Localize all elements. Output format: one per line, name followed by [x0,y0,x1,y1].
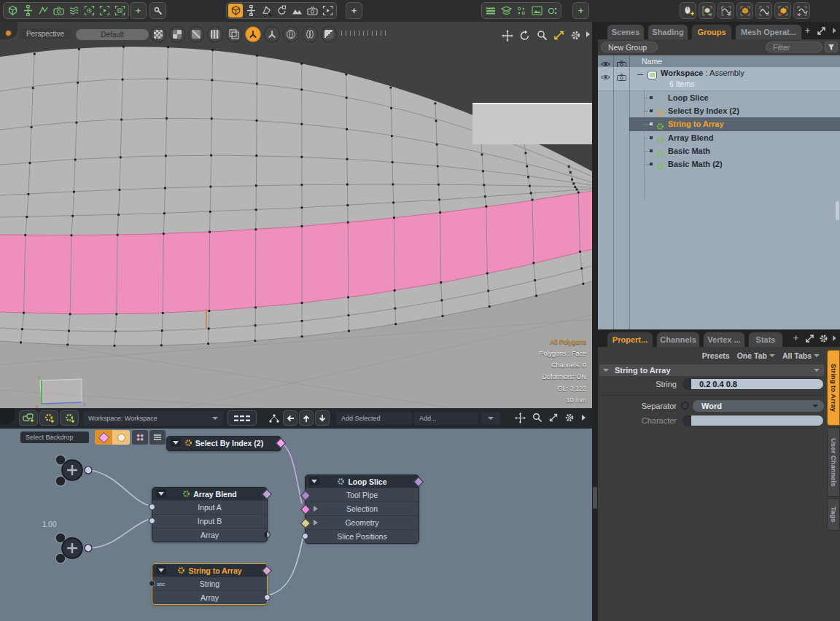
character-field[interactable] [682,415,824,426]
node-row-array[interactable]: Array [152,528,267,542]
camera-icon[interactable] [617,71,626,84]
layers-icon[interactable] [499,4,513,17]
image-icon[interactable] [529,4,544,17]
expander-icon[interactable] [637,74,643,75]
link-multi-toggle[interactable] [132,430,148,445]
expand-triangle-icon[interactable] [314,506,318,512]
curve-state-button[interactable] [755,2,772,19]
node-header[interactable]: Select By Index (2) [167,437,281,449]
tree-scrollbar-thumb[interactable] [836,201,839,220]
add-tab-button[interactable]: + [805,26,810,36]
shading-slice-icon[interactable] [283,26,299,42]
divider-handle[interactable] [593,487,597,509]
separator-dropdown[interactable]: Word [693,400,824,412]
node-row-geometry[interactable]: Geometry [306,515,419,529]
tree-row-basic-math[interactable]: Basic Math [598,144,840,157]
expand-triangle-icon[interactable] [314,520,318,526]
node-header[interactable]: Array Blend [152,488,267,500]
style-preset-selector[interactable]: Default [76,29,149,40]
node-array-blend[interactable]: Array Blend Input A Input B Array [152,487,268,542]
all-tabs-dropdown[interactable]: All Tabs [782,351,820,360]
node-header[interactable]: String to Array [152,564,267,577]
input-port[interactable] [149,504,155,510]
link-circle-toggle[interactable] [112,430,130,445]
zoom-icon[interactable] [537,30,548,44]
align-up-button[interactable] [299,410,314,426]
measure-icon[interactable] [36,4,50,17]
eye-icon[interactable] [601,71,610,84]
tool-options-button[interactable] [149,2,166,19]
filter-button[interactable] [825,42,838,52]
dots-icon[interactable] [514,4,529,17]
input-port[interactable] [302,533,308,539]
add-node-dropdown[interactable]: Add... [414,412,478,425]
shading-double-slice-icon[interactable] [302,26,318,42]
curves-icon[interactable] [66,4,81,17]
align-left-button[interactable] [283,410,298,426]
tree-row-array-blend[interactable]: Array Blend [598,131,840,144]
curve-out-button[interactable] [718,2,734,19]
panel-divider[interactable] [592,22,598,621]
maximize-icon[interactable] [553,30,564,44]
shading-shaded-icon[interactable] [169,26,185,42]
workspace-selector[interactable]: Workspace: Workspace [83,411,223,426]
side-tab-string-to-array[interactable]: String to Array [827,350,840,426]
tree-row-select-by-index[interactable]: Select By Index (2) [598,104,840,117]
add-selected-button[interactable]: Add Selected [336,412,412,425]
viewport-more-icon[interactable] [586,31,590,37]
node-string-to-array[interactable]: String to Array abc String Array [152,563,268,605]
add-operator-button[interactable] [60,410,79,426]
tree-row-string-to-array[interactable]: String to Array [598,117,840,131]
shading-lines-icon[interactable] [207,26,223,42]
node-select-by-index[interactable]: Select By Index (2) [166,436,281,451]
string-field[interactable]: 0.2 0.4 0.8 [682,378,824,390]
tab-vertex[interactable]: Vertex ... [703,332,745,347]
collapse-button[interactable] [156,566,166,574]
node-row-slice-positions[interactable]: Slice Positions [306,529,419,543]
cube-icon[interactable] [5,4,20,17]
settings-gear-icon[interactable] [564,413,575,426]
tab-channels[interactable]: Channels [656,332,700,347]
input-port[interactable] [149,518,155,524]
mesh-canvas[interactable]: yxz [0,22,592,408]
zoom-icon[interactable] [532,413,542,426]
input-port[interactable] [149,580,155,587]
tree-layout-icon[interactable] [268,413,280,426]
basic-math-node[interactable] [55,455,92,486]
shading-wireframe-icon[interactable] [150,26,166,42]
settings-gear-icon[interactable] [819,333,828,346]
camera-mode-selector[interactable]: Perspective [19,28,71,39]
backdrop-selector[interactable]: Select Backdrop [20,431,89,443]
character-value[interactable] [691,415,823,426]
align-down-button[interactable] [315,410,330,426]
mouse-add-button[interactable] [680,2,696,19]
tab-properties[interactable]: Propert... [607,332,653,347]
cube-icon[interactable] [228,4,243,17]
shading-axis-icon[interactable] [264,26,280,42]
section-collapse-icon[interactable] [603,369,609,372]
add-node-button[interactable] [39,410,58,426]
collapse-button[interactable] [156,489,166,498]
viewport-settings-gear-icon[interactable] [570,30,581,44]
play-region-icon[interactable] [320,4,335,17]
maximize-icon[interactable] [817,26,826,39]
add-workspace-button[interactable] [19,410,38,426]
output-port[interactable] [264,594,271,601]
new-group-button[interactable]: New Group [601,42,658,52]
string-value[interactable]: 0.2 0.4 0.8 [691,379,823,389]
shading-texture-icon[interactable] [188,26,204,42]
shading-ghost-icon[interactable] [321,26,337,42]
link-list-toggle[interactable] [149,430,166,445]
cube-state-button[interactable] [736,2,753,19]
maximize-icon[interactable] [805,333,814,346]
schematic-corner-widget[interactable] [0,408,15,424]
cube-in-button[interactable] [774,2,791,19]
node-header[interactable]: Loop Slice [306,475,419,488]
add-tab-button[interactable]: + [793,333,798,343]
tree-name-header[interactable]: Name [642,57,662,66]
node-row-input-a[interactable]: Input A [152,500,267,514]
tree-row-basic-math-2[interactable]: Basic Math (2) [598,157,840,171]
section-menu-icon[interactable] [814,369,820,372]
pan-icon[interactable] [515,413,526,426]
node-row-tool-pipe[interactable]: Tool Pipe [306,488,419,501]
